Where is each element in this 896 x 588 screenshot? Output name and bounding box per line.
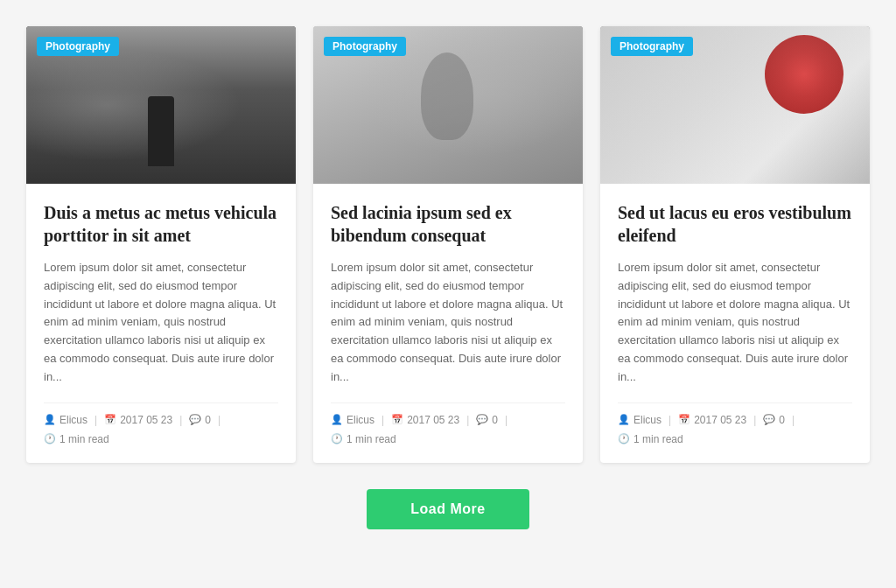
meta-separator-2: |: [753, 414, 756, 426]
category-badge: Photography: [611, 37, 693, 56]
meta-comments: 💬 0: [476, 414, 498, 426]
meta-comments: 💬 0: [763, 414, 785, 426]
comments-count: 0: [779, 414, 785, 426]
card-meta: 👤 Elicus | 📅 2017 05 23 | 💬 0 |: [331, 402, 565, 445]
card-excerpt: Lorem ipsum dolor sit amet, consectetur …: [44, 259, 278, 387]
meta-separator-2: |: [179, 414, 182, 426]
card-body: Duis a metus ac metus vehicula porttitor…: [26, 184, 296, 463]
read-time-value: 1 min read: [346, 433, 396, 445]
read-time-value: 1 min read: [60, 433, 109, 445]
card-image-wrapper: Photography: [26, 26, 296, 184]
date-icon: 📅: [104, 414, 116, 425]
author-icon: 👤: [331, 414, 343, 425]
comments-count: 0: [492, 414, 498, 426]
card-body: Sed ut lacus eu eros vestibulum eleifend…: [600, 184, 870, 463]
card-1: Photography Duis a metus ac metus vehicu…: [26, 26, 296, 463]
page-container: Photography Duis a metus ac metus vehicu…: [18, 18, 878, 556]
card-excerpt: Lorem ipsum dolor sit amet, consectetur …: [618, 259, 852, 387]
meta-separator-3: |: [505, 414, 508, 426]
date-value: 2017 05 23: [120, 414, 172, 426]
comment-icon: 💬: [476, 414, 488, 425]
load-more-wrapper: Load More: [26, 489, 870, 547]
meta-author: 👤 Elicus: [618, 414, 662, 426]
meta-read-time: 🕐 1 min read: [618, 433, 683, 445]
clock-icon: 🕐: [331, 433, 343, 444]
date-value: 2017 05 23: [407, 414, 459, 426]
card-excerpt: Lorem ipsum dolor sit amet, consectetur …: [331, 259, 565, 387]
meta-separator-2: |: [466, 414, 469, 426]
meta-date: 📅 2017 05 23: [104, 414, 172, 426]
card-2: Photography Sed lacinia ipsum sed ex bib…: [313, 26, 583, 463]
meta-separator-3: |: [792, 414, 794, 426]
card-meta: 👤 Elicus | 📅 2017 05 23 | 💬 0 |: [44, 402, 278, 445]
card-meta: 👤 Elicus | 📅 2017 05 23 | 💬 0 |: [618, 402, 852, 445]
author-icon: 👤: [618, 414, 630, 425]
comment-icon: 💬: [189, 414, 201, 425]
meta-author: 👤 Elicus: [44, 414, 88, 426]
meta-separator-3: |: [218, 414, 220, 426]
clock-icon: 🕐: [44, 433, 56, 444]
load-more-button[interactable]: Load More: [367, 489, 528, 529]
card-title: Sed ut lacus eu eros vestibulum eleifend: [618, 201, 852, 247]
card-body: Sed lacinia ipsum sed ex bibendum conseq…: [313, 184, 583, 463]
author-name: Elicus: [60, 414, 88, 426]
meta-read-time: 🕐 1 min read: [331, 433, 396, 445]
clock-icon: 🕐: [618, 433, 630, 444]
card-title: Sed lacinia ipsum sed ex bibendum conseq…: [331, 201, 565, 247]
meta-separator-1: |: [94, 414, 97, 426]
meta-comments: 💬 0: [189, 414, 211, 426]
read-time-value: 1 min read: [634, 433, 683, 445]
meta-date: 📅 2017 05 23: [391, 414, 459, 426]
card-image-wrapper: Photography: [313, 26, 583, 184]
meta-separator-1: |: [382, 414, 384, 426]
card-3: Photography Sed ut lacus eu eros vestibu…: [600, 26, 870, 463]
date-icon: 📅: [391, 414, 403, 425]
meta-date: 📅 2017 05 23: [678, 414, 746, 426]
date-icon: 📅: [678, 414, 690, 425]
meta-separator-1: |: [668, 414, 671, 426]
meta-read-time: 🕐 1 min read: [44, 433, 109, 445]
author-icon: 👤: [44, 414, 56, 425]
category-badge: Photography: [324, 37, 406, 56]
meta-author: 👤 Elicus: [331, 414, 374, 426]
author-name: Elicus: [634, 414, 662, 426]
comment-icon: 💬: [763, 414, 775, 425]
comments-count: 0: [205, 414, 211, 426]
cards-grid: Photography Duis a metus ac metus vehicu…: [26, 26, 870, 463]
card-image-wrapper: Photography: [600, 26, 870, 184]
category-badge: Photography: [37, 37, 119, 56]
author-name: Elicus: [346, 414, 374, 426]
date-value: 2017 05 23: [694, 414, 746, 426]
card-title: Duis a metus ac metus vehicula porttitor…: [44, 201, 278, 247]
